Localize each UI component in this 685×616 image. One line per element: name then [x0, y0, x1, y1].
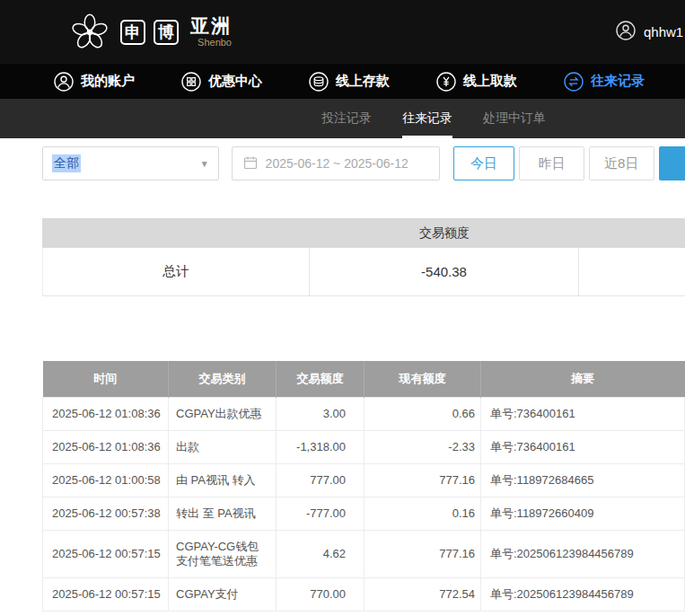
table-row: 2025-06-12 01:08:36出款-1,318.00-2.33单号:73…	[43, 430, 685, 463]
table-cell: 2025-06-12 00:57:15	[43, 530, 169, 577]
chevron-down-icon: ▼	[200, 159, 209, 169]
nav-item-label: 线上取款	[463, 73, 517, 90]
main-nav: 我的账户 优惠中心 线上存款	[0, 64, 685, 99]
tab-transaction-records[interactable]: 往来记录	[402, 99, 452, 138]
sub-nav: 投注记录 往来记录 处理中订单	[0, 99, 685, 138]
content: 全部 ▼ 2025-06-12 ~ 2025-06-12 今日 昨日 近8日 交…	[0, 146, 685, 612]
table-cell: 单号:118972684665	[481, 463, 685, 497]
nav-item-deposit[interactable]: 线上存款	[309, 72, 390, 92]
tab-processing-orders[interactable]: 处理中订单	[483, 99, 546, 138]
yesterday-button[interactable]: 昨日	[519, 146, 584, 180]
table-cell: 2025-06-12 01:08:36	[43, 397, 169, 430]
search-button[interactable]	[659, 146, 685, 180]
username: qhhw1	[644, 24, 683, 40]
nav-item-withdraw[interactable]: 线上取款	[436, 72, 517, 92]
table-cell: 772.54	[364, 577, 481, 611]
deposit-icon	[309, 72, 329, 92]
table-cell: 0.66	[364, 397, 481, 430]
summary-table: 交易额度 总计 -540.38	[42, 218, 685, 296]
table-cell: 0.16	[364, 497, 481, 530]
type-select[interactable]: 全部 ▼	[42, 146, 219, 180]
flower-icon	[67, 10, 112, 55]
account-icon	[54, 72, 74, 92]
nav-item-label: 往来记录	[591, 73, 645, 90]
table-row: 2025-06-12 01:08:36CGPAY出款优惠3.000.66单号:7…	[43, 397, 685, 430]
table-cell: -2.33	[364, 430, 481, 463]
table-cell: 777.16	[364, 530, 481, 577]
logo[interactable]: 申 博 亚洲 Shenbo	[67, 10, 232, 55]
table-row: 2025-06-12 00:57:38转出 至 PA视讯-777.000.16单…	[43, 497, 685, 530]
user-icon	[616, 21, 636, 43]
nav-item-label: 我的账户	[81, 73, 135, 90]
top-header: 申 博 亚洲 Shenbo qhhw1	[0, 0, 685, 64]
summary-row: 总计 -540.38	[42, 248, 685, 296]
table-cell: 777.00	[277, 463, 364, 497]
summary-header: 交易额度	[42, 218, 685, 248]
logo-char-bo: 博	[154, 20, 179, 45]
user-account[interactable]: qhhw1	[616, 0, 683, 64]
summary-total-label: 总计	[42, 248, 310, 295]
table-cell: 777.16	[364, 463, 481, 497]
table-cell: CGPAY-CG钱包支付笔笔送优惠	[169, 530, 277, 577]
column-header: 交易类别	[169, 361, 277, 397]
table-row: 2025-06-12 01:00:58由 PA视讯 转入777.00777.16…	[43, 463, 685, 497]
table-cell: 单号:202506123984456789	[481, 577, 685, 611]
summary-header-label: 交易额度	[310, 225, 579, 242]
table-cell: 由 PA视讯 转入	[169, 463, 277, 497]
table-header-row: 时间交易类别交易额度现有额度摘要	[43, 361, 685, 397]
table-row: 2025-06-12 00:57:15CGPAY-CG钱包支付笔笔送优惠4.62…	[43, 530, 685, 577]
date-range-value: 2025-06-12 ~ 2025-06-12	[266, 156, 408, 171]
column-header: 时间	[43, 361, 169, 397]
last-8-days-button[interactable]: 近8日	[589, 146, 654, 180]
nav-item-label: 优惠中心	[208, 73, 262, 90]
logo-brand: Shenbo	[198, 37, 232, 48]
table-cell: 2025-06-12 00:57:38	[43, 497, 169, 530]
table-cell: 单号:202506123984456789	[481, 530, 685, 577]
table-cell: 转出 至 PA视讯	[169, 497, 277, 530]
column-header: 交易额度	[277, 361, 364, 397]
column-header: 现有额度	[364, 361, 481, 397]
table-cell: CGPAY支付	[169, 577, 277, 611]
nav-item-records[interactable]: 往来记录	[564, 72, 645, 92]
table-cell: 出款	[169, 430, 277, 463]
table-cell: CGPAY出款优惠	[169, 397, 277, 430]
promo-icon	[181, 72, 201, 92]
summary-total-value: -540.38	[310, 248, 579, 295]
date-range-input[interactable]: 2025-06-12 ~ 2025-06-12	[232, 146, 440, 180]
table-cell: 4.62	[277, 530, 364, 577]
table-row: 2025-06-12 00:57:15CGPAY支付770.00772.54单号…	[43, 577, 685, 611]
table-cell: 2025-06-12 00:57:15	[43, 577, 169, 611]
column-header: 摘要	[481, 361, 685, 397]
nav-item-label: 线上存款	[336, 73, 390, 90]
calendar-icon	[243, 155, 258, 172]
withdraw-icon	[436, 72, 456, 92]
filter-row: 全部 ▼ 2025-06-12 ~ 2025-06-12 今日 昨日 近8日	[42, 146, 685, 180]
table-cell: 单号:118972660409	[481, 497, 685, 530]
table-cell: 3.00	[277, 397, 364, 430]
nav-item-my-account[interactable]: 我的账户	[54, 72, 135, 92]
table-cell: 单号:736400161	[481, 430, 685, 463]
table-cell: -777.00	[277, 497, 364, 530]
tab-betting-records[interactable]: 投注记录	[321, 99, 372, 138]
table-cell: 2025-06-12 01:08:36	[43, 430, 169, 463]
logo-char-shen: 申	[120, 20, 145, 45]
table-cell: 2025-06-12 01:00:58	[43, 463, 169, 497]
table-cell: -1,318.00	[277, 430, 364, 463]
today-button[interactable]: 今日	[453, 146, 515, 180]
nav-item-promotions[interactable]: 优惠中心	[181, 72, 262, 92]
records-icon	[564, 72, 584, 92]
transactions-table: 时间交易类别交易额度现有额度摘要 2025-06-12 01:08:36CGPA…	[42, 361, 685, 612]
table-cell: 单号:736400161	[481, 397, 685, 430]
table-cell: 770.00	[277, 577, 364, 611]
type-select-value: 全部	[52, 154, 81, 172]
logo-region: 亚洲	[190, 16, 232, 36]
